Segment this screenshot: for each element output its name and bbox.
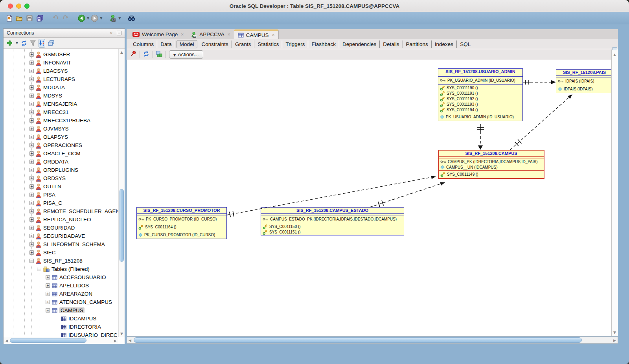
close-tab-icon[interactable]: [181, 32, 184, 37]
expand-icon[interactable]: [46, 275, 50, 279]
expand-icon[interactable]: [29, 69, 34, 73]
tree-item-schema[interactable]: SEGURIDAD: [4, 224, 118, 232]
tree-item-label[interactable]: LECTURAPS: [43, 76, 75, 82]
expand-icon[interactable]: [29, 201, 34, 205]
subtab-sql[interactable]: SQL: [457, 40, 474, 48]
entity-check-row[interactable]: SYS_C0011149 (): [439, 171, 544, 178]
tree-item-column[interactable]: IDRECTORIA: [4, 323, 118, 331]
model-diagram-canvas[interactable]: SIS_RF_151208.USUARIO_ADMIN PK_USUARIO_A…: [127, 60, 611, 336]
expand-icon[interactable]: [29, 85, 34, 90]
entity-usuario-admin[interactable]: SIS_RF_151208.USUARIO_ADMIN PK_USUARIO_A…: [438, 68, 523, 121]
tree-item-label[interactable]: ORDDATA: [43, 159, 68, 165]
subtab-model[interactable]: Model: [177, 40, 197, 48]
tree-item-schema[interactable]: LECTURAPS: [4, 75, 118, 83]
entity-title[interactable]: SIS_RF_151208.USUARIO_ADMIN: [438, 69, 522, 75]
collapse-icon[interactable]: [29, 259, 34, 263]
subtab-dependencies[interactable]: Dependencies: [339, 40, 380, 48]
tree-item-table[interactable]: ACCESOUSUARIO: [4, 273, 118, 281]
tree-item-label[interactable]: ATENCION_CAMPUS: [59, 299, 112, 305]
subtab-indexes[interactable]: Indexes: [432, 40, 457, 48]
tree-item-label[interactable]: MDSYS: [43, 93, 62, 99]
tree-item-label[interactable]: PISA_C: [43, 200, 62, 206]
tab-label[interactable]: APPCCVA: [199, 31, 224, 37]
entity-pk-row[interactable]: CAMPUS_ESTADO_PK (IDRECTORIA,IDPAIS,IDES…: [261, 216, 404, 222]
undo-button[interactable]: [50, 13, 61, 23]
entity-check-row[interactable]: SYS_C0011151 (): [261, 229, 404, 235]
canvas-vertical-scrollbar[interactable]: ▲ ▼: [611, 50, 618, 336]
expand-icon[interactable]: [29, 250, 34, 255]
expand-icon[interactable]: [29, 242, 34, 246]
tree-item-schema[interactable]: PISA_C: [4, 199, 118, 207]
tree-item-schema[interactable]: SEGURIDADAVE: [4, 232, 118, 240]
tree-horizontal-scrollbar[interactable]: ◀ ▶: [4, 337, 118, 344]
entity-check-row[interactable]: SYS_C0011192 (): [438, 96, 522, 101]
expand-icon[interactable]: [46, 300, 50, 304]
expand-icon[interactable]: [29, 234, 34, 238]
model-diagram-icon[interactable]: [156, 51, 162, 59]
tree-item-schema[interactable]: LBACSYS: [4, 67, 118, 75]
tree-item-label[interactable]: LBACSYS: [43, 68, 68, 74]
entity-check-row[interactable]: SYS_C0011164 (): [137, 224, 226, 230]
tree-item-table[interactable]: AREARAZON: [4, 290, 118, 298]
tree-item-schema-expanded[interactable]: SIS_RF_151208: [4, 257, 118, 265]
expand-icon[interactable]: [29, 193, 34, 197]
tree-item-label[interactable]: SI_INFORMTN_SCHEMA: [43, 241, 105, 247]
tree-item-schema[interactable]: ORDDATA: [4, 158, 118, 166]
tree-item-schema[interactable]: PISA: [4, 191, 118, 199]
canvas-horizontal-scrollbar[interactable]: ◀ ▶: [127, 336, 618, 344]
subtab-grants[interactable]: Grants: [232, 40, 255, 48]
redo-button[interactable]: [61, 13, 71, 23]
navigate-forward-button[interactable]: [89, 13, 99, 23]
tree-item-label[interactable]: PISA: [43, 192, 55, 198]
open-folder-button[interactable]: [14, 13, 24, 23]
collapse-icon[interactable]: [37, 267, 41, 271]
expand-icon[interactable]: [29, 209, 34, 213]
expand-icon[interactable]: [29, 127, 34, 131]
entity-unique-row[interactable]: PK_CURSO_PROMOTOR (ID_CURSO): [137, 232, 226, 238]
tree-item-schema[interactable]: REMOTE_SCHEDULER_AGEN: [4, 207, 118, 215]
entity-check-row[interactable]: SYS_C0011150 (): [261, 224, 404, 229]
tree-item-schema[interactable]: GSMUSER: [4, 50, 118, 59]
tree-item-schema[interactable]: OUTLN: [4, 182, 118, 191]
entity-pk-row[interactable]: CAMPUS_PK (IDRECTORIA,IDCAMPUS,ID_PAIS): [439, 159, 544, 164]
scroll-up-icon[interactable]: ▲: [120, 50, 123, 54]
refresh-icon[interactable]: [143, 51, 149, 59]
filter-icon[interactable]: [30, 39, 36, 48]
tree-item-schema[interactable]: MENSAJERIA: [4, 100, 118, 108]
expand-icon[interactable]: [29, 94, 34, 98]
expand-icon[interactable]: [46, 283, 50, 288]
search-icon[interactable]: [126, 13, 136, 23]
refresh-icon[interactable]: [21, 39, 27, 48]
entity-unique-row[interactable]: PK_USUARIO_ADMIN (ID_USUARIO): [438, 114, 522, 120]
sort-connections-icon[interactable]: [39, 39, 45, 48]
tree-item-schema[interactable]: MDSYS: [4, 92, 118, 100]
tree-item-label[interactable]: IDUSUARIO_DIREC: [68, 332, 118, 337]
expand-icon[interactable]: [29, 110, 34, 114]
expand-icon[interactable]: [29, 77, 34, 81]
scroll-left-icon[interactable]: ◀: [129, 338, 131, 342]
scroll-down-icon[interactable]: ▼: [120, 332, 123, 336]
subtab-triggers[interactable]: Triggers: [282, 40, 308, 48]
tree-item-column[interactable]: IDUSUARIO_DIREC: [4, 331, 118, 337]
collapse-all-icon[interactable]: [48, 39, 54, 48]
freeze-pin-icon[interactable]: [131, 51, 136, 58]
subtab-data[interactable]: Data: [157, 40, 175, 48]
tab-campus[interactable]: CAMPUS: [234, 29, 279, 39]
expand-icon[interactable]: [29, 160, 34, 164]
tree-item-schema[interactable]: OLAPSYS: [4, 133, 118, 141]
tree-vertical-scrollbar[interactable]: ▲ ▼: [118, 49, 125, 337]
tree-item-label[interactable]: SIS_RF_151208: [43, 258, 83, 264]
tree-item-label[interactable]: REMOTE_SCHEDULER_AGEN: [43, 208, 118, 214]
tree-item-label[interactable]: OUTLN: [43, 184, 61, 189]
expand-icon[interactable]: [46, 292, 50, 296]
collapse-icon[interactable]: [46, 308, 50, 313]
tree-item-label[interactable]: OJVMSYS: [43, 126, 69, 132]
entity-pk-row[interactable]: PK_USUARIO_ADMIN (ID_USUARIO): [438, 77, 522, 84]
navigate-forward-dropdown-icon[interactable]: ▼: [100, 17, 102, 20]
tree-item-label[interactable]: AREARAZON: [59, 291, 92, 297]
save-all-button[interactable]: [35, 13, 45, 23]
subtab-columns[interactable]: Columns: [130, 40, 157, 48]
expand-icon[interactable]: [29, 135, 34, 139]
save-button[interactable]: [24, 13, 35, 23]
entity-curso-promotor[interactable]: SIS_RF_151208.CURSO_PROMOTOR PK_CURSO_PR…: [136, 207, 227, 239]
